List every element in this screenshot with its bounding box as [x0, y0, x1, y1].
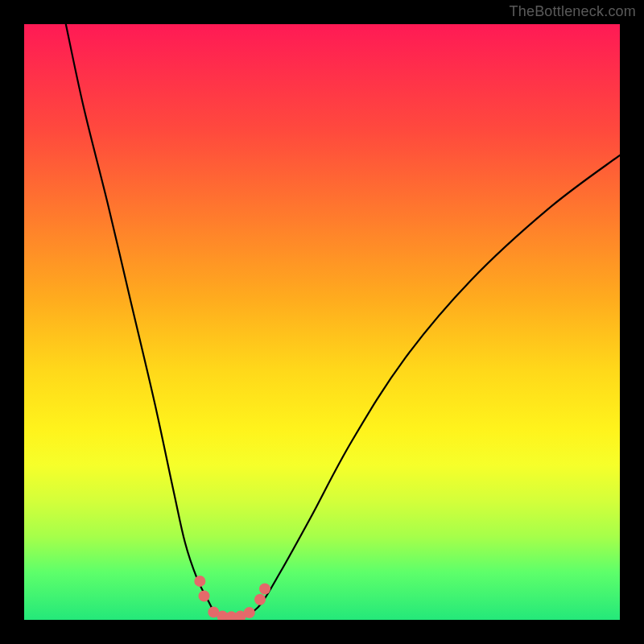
highlight-marker — [194, 576, 205, 587]
highlight-markers — [194, 576, 270, 620]
plot-area — [24, 24, 620, 620]
attribution-text: TheBottleneck.com — [510, 3, 636, 20]
highlight-marker — [199, 590, 210, 601]
highlight-marker — [254, 594, 266, 605]
highlight-marker — [259, 584, 270, 595]
chart-frame: TheBottleneck.com — [0, 0, 644, 644]
highlight-marker — [244, 607, 255, 618]
marker-layer — [24, 24, 620, 620]
